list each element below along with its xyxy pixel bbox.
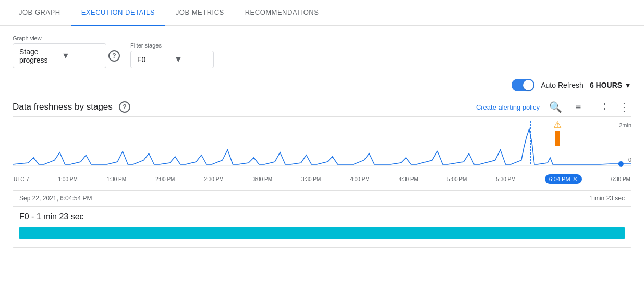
auto-refresh-label: Auto Refresh: [541, 81, 584, 89]
chart-y-min-label: 0: [628, 157, 631, 163]
x-label-630pm: 6:30 PM: [611, 176, 630, 182]
more-vert-icon[interactable]: ⋮: [617, 100, 631, 114]
graph-view-help-icon[interactable]: ?: [108, 50, 120, 62]
chart-help-icon[interactable]: ?: [119, 101, 130, 113]
chart-actions: Create alerting policy 🔍 ≡ ⛶ ⋮: [476, 100, 631, 114]
graph-view-select[interactable]: Stage progress ▼: [13, 43, 106, 68]
filter-stages-select[interactable]: F0 ▼: [130, 51, 214, 68]
x-label-130pm: 1:30 PM: [107, 176, 126, 182]
x-label-430pm: 4:30 PM: [399, 176, 418, 182]
x-axis: UTC-7 1:00 PM 1:30 PM 2:00 PM 2:30 PM 3:…: [13, 173, 631, 184]
x-label-230pm: 2:30 PM: [204, 176, 223, 182]
chart-title-area: Data freshness by stages ?: [13, 101, 130, 113]
x-label-330pm: 3:30 PM: [301, 176, 321, 182]
tab-job-graph[interactable]: JOB GRAPH: [8, 0, 71, 26]
x-label-530pm: 5:30 PM: [496, 176, 515, 182]
filter-stages-label: Filter stages: [130, 42, 214, 49]
tab-recommendations[interactable]: RECOMMENDATIONS: [235, 0, 330, 26]
search-icon[interactable]: 🔍: [548, 100, 563, 114]
detail-timestamp: Sep 22, 2021, 6:04:54 PM: [19, 195, 92, 202]
chart-svg-container: 2min ⚠ 0: [13, 121, 631, 173]
x-label-2pm: 2:00 PM: [155, 176, 175, 182]
detail-section: Sep 22, 2021, 6:04:54 PM 1 min 23 sec F0…: [13, 190, 631, 248]
chart-wrapper: 2min ⚠ 0 UTC-7 1:00 PM 1:30 PM 2:00 PM 2…: [13, 116, 631, 184]
x-label-3pm: 3:00 PM: [253, 176, 272, 182]
toggle-track: [512, 79, 534, 91]
detail-duration: 1 min 23 sec: [589, 195, 625, 202]
graph-view-chevron-icon: ▼: [62, 51, 100, 61]
x-label-604pm-bubble[interactable]: 6:04 PM ✕: [545, 174, 582, 184]
controls-row: Graph view Stage progress ▼ ? Filter sta…: [0, 26, 644, 75]
auto-refresh-row: Auto Refresh 6 HOURS ▼: [0, 75, 644, 93]
chart-endpoint-dot: [618, 161, 624, 167]
time-bubble-label: 6:04 PM: [549, 176, 570, 182]
hours-selector[interactable]: 6 HOURS ▼: [590, 81, 631, 89]
x-label-4pm: 4:00 PM: [350, 176, 369, 182]
x-label-5pm: 5:00 PM: [447, 176, 467, 182]
progress-bar: [19, 227, 625, 239]
warning-overlay: ⚠: [553, 119, 562, 146]
progress-bar-container: [13, 224, 631, 247]
graph-view-label: Graph view: [13, 35, 120, 41]
filter-stages-value: F0: [137, 55, 170, 64]
x-label-1pm: 1:00 PM: [58, 176, 78, 182]
chart-title: Data freshness by stages: [13, 102, 113, 112]
tabs-bar: JOB GRAPH EXECUTION DETAILS JOB METRICS …: [0, 0, 644, 26]
graph-view-value: Stage progress: [19, 48, 57, 64]
filter-stages-group: Filter stages F0 ▼: [130, 42, 214, 68]
tab-job-metrics[interactable]: JOB METRICS: [165, 0, 235, 26]
auto-refresh-toggle[interactable]: [512, 79, 534, 91]
filter-stages-chevron-icon: ▼: [174, 55, 207, 64]
detail-stage-label: F0 - 1 min 23 sec: [13, 207, 631, 224]
time-bubble-close-icon[interactable]: ✕: [573, 175, 578, 183]
warning-triangle-icon: ⚠: [553, 119, 562, 131]
chart-y-max-label: 2min: [619, 122, 631, 128]
orange-spike-bar: [555, 131, 560, 146]
toggle-knob: [523, 80, 533, 90]
tab-execution-details[interactable]: EXECUTION DETAILS: [71, 0, 165, 26]
layers-icon[interactable]: ≡: [571, 100, 586, 114]
x-label-604pm-container: 6:04 PM ✕: [545, 174, 582, 184]
chart-header: Data freshness by stages ? Create alerti…: [0, 93, 644, 116]
create-alerting-link[interactable]: Create alerting policy: [476, 103, 540, 111]
hours-value: 6 HOURS: [590, 81, 622, 89]
data-freshness-chart: [13, 121, 631, 173]
detail-header: Sep 22, 2021, 6:04:54 PM 1 min 23 sec: [13, 191, 631, 207]
hours-chevron-icon: ▼: [624, 81, 631, 89]
graph-view-group: Graph view Stage progress ▼ ?: [13, 35, 120, 68]
x-label-utc7: UTC-7: [14, 176, 29, 182]
fullscreen-icon[interactable]: ⛶: [594, 100, 609, 114]
